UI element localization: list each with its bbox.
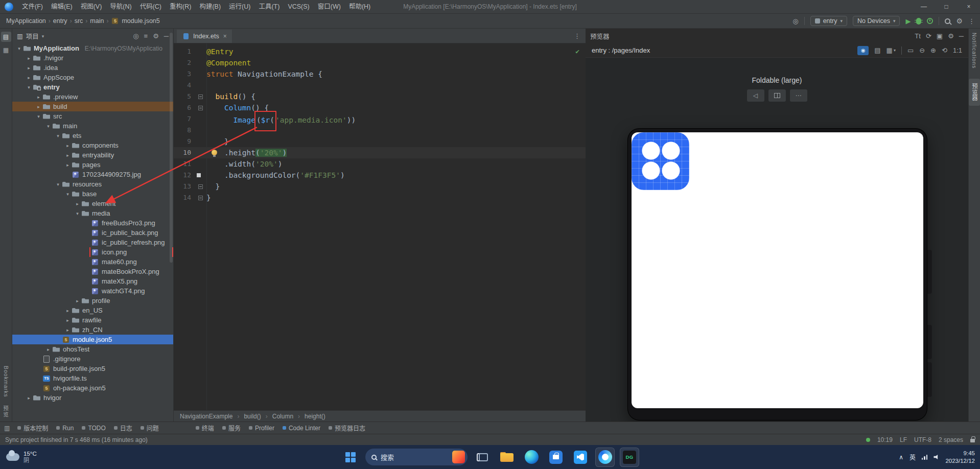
minimize-button[interactable]: — xyxy=(913,0,935,13)
tool-window-button-Run[interactable]: Run xyxy=(53,424,77,433)
chevron-open-icon[interactable]: ▾ xyxy=(44,124,52,129)
tree-item-entry[interactable]: ▾entry xyxy=(12,82,173,92)
breadcrumb-item[interactable]: MyApplication xyxy=(5,17,47,25)
intention-bulb-icon[interactable] xyxy=(212,150,217,155)
edge-button[interactable] xyxy=(522,448,541,467)
menu-item[interactable]: 代码(C) xyxy=(136,0,166,13)
bookmarks-toolwindow-tab[interactable]: Bookmarks xyxy=(3,362,9,402)
menu-item[interactable]: 运行(U) xyxy=(225,0,254,13)
run-button[interactable]: ▶ xyxy=(905,17,911,25)
tree-item-en_US[interactable]: ▸en_US xyxy=(12,306,173,315)
input-language-indicator[interactable]: 英 xyxy=(909,453,916,461)
module-selector[interactable]: entry ▾ xyxy=(810,16,847,26)
tree-item-rawfile[interactable]: ▸rawfile xyxy=(12,315,173,325)
menu-item[interactable]: 编辑(E) xyxy=(47,0,77,13)
tool-window-button-问题[interactable]: 问题 xyxy=(137,423,162,433)
menu-item[interactable]: 窗口(W) xyxy=(314,0,345,13)
tool-window-button-Profiler[interactable]: Profiler xyxy=(245,424,278,433)
file-explorer-button[interactable] xyxy=(497,448,517,467)
tree-item-zh_CN[interactable]: ▸zh_CN xyxy=(12,325,173,335)
multi-device-grid-icon[interactable]: ▦ ▾ xyxy=(886,46,896,54)
task-view-button[interactable] xyxy=(473,448,492,467)
chevron-closed-icon[interactable]: ▸ xyxy=(74,201,81,206)
tool-window-button-服务[interactable]: 服务 xyxy=(219,423,244,433)
tree-item-1702344909275.jpg[interactable]: 1702344909275.jpg xyxy=(12,170,173,179)
menu-item[interactable]: 重构(R) xyxy=(166,0,195,13)
menu-item[interactable]: VCS(S) xyxy=(284,0,313,13)
breadcrumb-item[interactable]: entry xyxy=(52,17,68,25)
split-screen-button[interactable] xyxy=(768,89,786,102)
fold-icon[interactable] xyxy=(198,106,203,110)
close-tab-icon[interactable]: × xyxy=(223,33,227,40)
store-button[interactable] xyxy=(546,448,566,467)
close-button[interactable]: × xyxy=(958,0,980,13)
volume-icon[interactable] xyxy=(934,454,939,460)
editor-breadcrumb-item[interactable]: height() xyxy=(305,413,325,420)
chevron-open-icon[interactable]: ▾ xyxy=(74,211,81,216)
menu-item[interactable]: 构建(B) xyxy=(195,0,225,13)
gear-icon[interactable]: ⚙ xyxy=(948,32,954,40)
tree-item-pages[interactable]: ▸pages xyxy=(12,160,173,170)
tree-item-src[interactable]: ▾src xyxy=(12,111,173,121)
maximize-button[interactable]: □ xyxy=(935,0,958,13)
chevron-closed-icon[interactable]: ▸ xyxy=(74,298,81,303)
chevron-closed-icon[interactable]: ▸ xyxy=(64,162,72,168)
code-editor[interactable]: 1@Entry2@Component3struct NavigationExam… xyxy=(174,43,586,410)
editor-breadcrumb-item[interactable]: build() xyxy=(244,413,261,420)
zoom-ratio-label[interactable]: 1:1 xyxy=(953,46,962,54)
chevron-closed-icon[interactable]: ▸ xyxy=(25,56,33,61)
more-options-icon[interactable]: ⋮ xyxy=(968,17,975,25)
chevron-closed-icon[interactable]: ▸ xyxy=(64,143,72,148)
editor-tab-index-ets[interactable]: Index.ets × xyxy=(177,30,232,43)
notifications-toolwindow-tab[interactable]: Notifications xyxy=(971,29,977,73)
tree-item-module.json5[interactable]: module.json5 xyxy=(12,335,173,344)
zoom-out-icon[interactable]: ⊖ xyxy=(919,46,925,54)
chevron-closed-icon[interactable]: ▸ xyxy=(25,395,33,401)
tree-item-hvigor[interactable]: ▸hvigor xyxy=(12,393,173,403)
chevron-open-icon[interactable]: ▾ xyxy=(54,133,62,138)
open-window-icon[interactable]: ▣ xyxy=(937,32,943,40)
chevron-closed-icon[interactable]: ▸ xyxy=(44,347,52,352)
tree-scrollbar[interactable] xyxy=(170,33,173,263)
menu-item[interactable]: 视图(V) xyxy=(77,0,106,13)
device-screen[interactable] xyxy=(632,132,923,408)
tree-item-components[interactable]: ▸components xyxy=(12,140,173,150)
taskbar-clock[interactable]: 9:45 2023/12/12 xyxy=(945,450,975,464)
profiler-button[interactable] xyxy=(927,18,933,24)
network-icon[interactable] xyxy=(922,455,928,460)
tree-item-freeBudsPro3.png[interactable]: freeBudsPro3.png xyxy=(12,218,173,228)
back-button[interactable]: ◁ xyxy=(747,89,764,102)
tree-item-element[interactable]: ▸element xyxy=(12,199,173,208)
chevron-open-icon[interactable]: ▾ xyxy=(54,182,62,187)
tree-item-mateX5.png[interactable]: mateX5.png xyxy=(12,276,173,286)
breadcrumb-item[interactable]: module.json5 xyxy=(121,17,160,25)
tree-item-oh-package.json5[interactable]: oh-package.json5 xyxy=(12,383,173,393)
encoding-indicator[interactable]: UTF-8 xyxy=(914,436,931,443)
preview-toolwindow-tab[interactable]: 预览 xyxy=(2,402,10,421)
chevron-down-icon[interactable]: ▾ xyxy=(42,34,44,39)
tree-item-.gitignore[interactable]: .gitignore xyxy=(12,354,173,364)
tool-window-button-版本控制[interactable]: 版本控制 xyxy=(14,423,52,433)
chevron-closed-icon[interactable]: ▸ xyxy=(25,75,33,80)
chevron-open-icon[interactable]: ▾ xyxy=(64,192,72,197)
datagrip-button[interactable]: DG xyxy=(620,448,639,467)
chevron-open-icon[interactable]: ▾ xyxy=(35,114,42,119)
line-separator-indicator[interactable]: LF xyxy=(900,436,907,443)
chevron-closed-icon[interactable]: ▸ xyxy=(64,308,72,313)
chevron-open-icon[interactable]: ▾ xyxy=(15,46,23,51)
search-daily-image[interactable] xyxy=(452,451,465,463)
tree-item-watchGT4.png[interactable]: watchGT4.png xyxy=(12,286,173,296)
chevron-closed-icon[interactable]: ▸ xyxy=(64,327,72,333)
taskbar-search[interactable]: 搜索 xyxy=(365,449,468,465)
tree-item-ohosTest[interactable]: ▸ohosTest xyxy=(12,344,173,354)
refresh-icon[interactable]: ⟳ xyxy=(926,32,931,40)
start-button[interactable] xyxy=(341,448,360,467)
tray-expand-icon[interactable]: ∧ xyxy=(899,454,903,461)
tree-item-ic_public_refresh.png[interactable]: ic_public_refresh.png xyxy=(12,238,173,247)
tree-item-mate60.png[interactable]: mate60.png xyxy=(12,257,173,267)
gear-icon[interactable]: ⚙ xyxy=(153,32,159,40)
menu-item[interactable]: 导航(N) xyxy=(106,0,135,13)
locate-icon[interactable]: ◎ xyxy=(792,17,798,25)
toolwindow-list-icon[interactable]: ▥ xyxy=(4,425,10,432)
vscode-button[interactable] xyxy=(571,448,590,467)
